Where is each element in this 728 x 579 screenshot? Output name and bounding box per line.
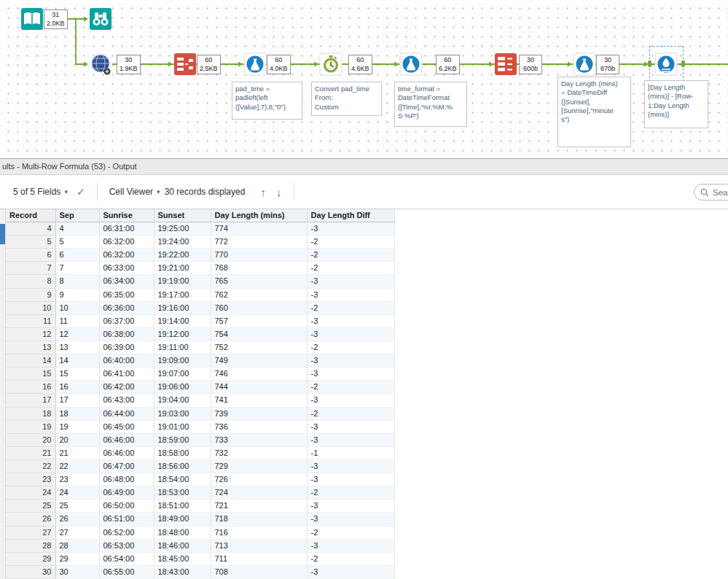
table-row[interactable]: 131306:39:0019:11:00752-2 — [6, 341, 394, 354]
table-row[interactable]: 8806:34:0019:19:00765-3 — [6, 275, 394, 288]
table-row[interactable]: 151506:41:0019:07:00746-3 — [6, 368, 394, 381]
table-row[interactable]: 262606:51:0018:49:00718-3 — [6, 513, 394, 526]
record-cell[interactable]: 5 — [6, 236, 55, 249]
data-cell[interactable]: 23 — [55, 473, 99, 486]
cell-viewer-dropdown[interactable]: Cell Viewer ▾ — [105, 184, 165, 200]
data-cell[interactable]: 19:06:00 — [154, 381, 211, 394]
table-row[interactable]: 272706:52:0018:48:00716-2 — [6, 526, 394, 539]
data-cell[interactable]: 733 — [211, 433, 307, 446]
data-cell[interactable]: -3 — [307, 314, 394, 327]
table-row[interactable]: 222206:47:0018:56:00729-3 — [6, 459, 394, 473]
data-cell[interactable]: 739 — [211, 407, 307, 420]
data-cell[interactable]: 06:52:00 — [99, 526, 154, 539]
data-cell[interactable]: 19:14:00 — [154, 314, 211, 327]
table-row[interactable]: 141406:40:0019:09:00749-3 — [6, 354, 394, 368]
data-cell[interactable]: 18:54:00 — [154, 473, 211, 486]
table-row[interactable]: 171706:43:0019:04:00741-3 — [6, 394, 394, 407]
search-input[interactable] — [713, 188, 728, 197]
column-header-sep[interactable]: Sep — [55, 209, 99, 222]
data-cell[interactable]: -3 — [307, 368, 394, 381]
record-cell[interactable]: 17 — [6, 394, 55, 407]
data-cell[interactable]: 06:55:00 — [99, 565, 154, 578]
column-header-day-length-diff[interactable]: Day Length Diff — [307, 209, 394, 222]
data-cell[interactable]: -2 — [307, 249, 394, 262]
record-cell[interactable]: 28 — [6, 539, 55, 552]
data-cell[interactable]: 27 — [55, 526, 99, 539]
data-cell[interactable]: -3 — [307, 288, 394, 301]
data-cell[interactable]: 19:09:00 — [154, 354, 211, 368]
data-cell[interactable]: 752 — [211, 341, 307, 354]
down-arrow-button[interactable]: ↓ — [271, 184, 287, 200]
table-row[interactable]: 282806:53:0018:46:00713-3 — [6, 539, 394, 552]
table-row[interactable]: 242406:49:0018:53:00724-2 — [6, 486, 394, 500]
table-row[interactable]: 181806:44:0019:03:00739-2 — [6, 407, 394, 420]
record-cell[interactable]: 15 — [6, 368, 55, 381]
data-cell[interactable]: 10 — [55, 301, 99, 314]
data-cell[interactable]: 06:45:00 — [99, 420, 154, 433]
data-cell[interactable]: 06:54:00 — [99, 552, 154, 565]
data-cell[interactable]: 19:04:00 — [154, 394, 211, 407]
data-cell[interactable]: 24 — [55, 486, 99, 500]
data-cell[interactable]: 741 — [211, 394, 307, 407]
column-header-day-length[interactable]: Day Length (mins) — [211, 209, 307, 222]
data-cell[interactable]: -3 — [307, 539, 394, 552]
data-cell[interactable]: 13 — [55, 341, 99, 354]
record-cell[interactable]: 21 — [6, 446, 55, 459]
data-cell[interactable]: -2 — [307, 552, 394, 565]
formula-tool-1[interactable] — [243, 53, 267, 76]
record-count-badge[interactable]: 31 2.0KB — [44, 9, 68, 29]
record-cell[interactable]: 16 — [6, 381, 55, 394]
data-cell[interactable]: 18:53:00 — [154, 486, 211, 500]
tool-annotation[interactable]: Convert pad_time From: Custom — [311, 82, 382, 116]
data-cell[interactable]: 18:49:00 — [154, 513, 211, 526]
data-cell[interactable]: 757 — [211, 314, 307, 327]
column-header-record[interactable]: Record — [6, 209, 55, 222]
record-cell[interactable]: 9 — [6, 288, 55, 301]
data-cell[interactable]: 18 — [55, 407, 99, 420]
data-cell[interactable]: 768 — [211, 262, 307, 275]
record-cell[interactable]: 24 — [6, 486, 55, 500]
data-cell[interactable]: -2 — [307, 262, 394, 275]
input-data-tool[interactable] — [20, 7, 44, 31]
data-cell[interactable]: 9 — [55, 288, 99, 301]
table-row[interactable]: 161606:42:0019:06:00744-2 — [6, 381, 394, 394]
data-cell[interactable]: 06:39:00 — [99, 341, 154, 354]
data-cell[interactable]: 30 — [55, 565, 99, 578]
record-cell[interactable]: 27 — [6, 526, 55, 539]
data-cell[interactable]: 760 — [211, 301, 307, 314]
data-cell[interactable]: 06:42:00 — [99, 381, 154, 394]
record-cell[interactable]: 6 — [6, 249, 55, 262]
table-row[interactable]: 4406:31:0019:25:00774-3 — [6, 222, 394, 236]
data-cell[interactable]: 19:16:00 — [154, 301, 211, 314]
data-cell[interactable]: -2 — [307, 236, 394, 249]
data-cell[interactable]: 06:47:00 — [99, 459, 154, 473]
table-row[interactable]: 212106:46:0018:58:00732-1 — [6, 446, 394, 459]
data-cell[interactable]: 754 — [211, 327, 307, 341]
data-cell[interactable]: -3 — [307, 459, 394, 473]
record-cell[interactable]: 18 — [6, 407, 55, 420]
data-cell[interactable]: 12 — [55, 327, 99, 341]
data-cell[interactable]: 18:58:00 — [154, 446, 211, 459]
fields-dropdown[interactable]: 5 of 5 Fields ▾ — [9, 184, 72, 200]
data-cell[interactable]: 17 — [55, 394, 99, 407]
record-cell[interactable]: 4 — [6, 222, 55, 236]
data-cell[interactable]: 19:03:00 — [154, 407, 211, 420]
data-cell[interactable]: 772 — [211, 236, 307, 249]
column-header-sunset[interactable]: Sunset — [154, 209, 211, 222]
data-cell[interactable]: 736 — [211, 420, 307, 433]
data-cell[interactable]: -2 — [307, 407, 394, 420]
data-cell[interactable]: 29 — [55, 552, 99, 565]
record-cell[interactable]: 30 — [6, 565, 55, 578]
record-cell[interactable]: 14 — [6, 354, 55, 368]
data-cell[interactable]: 19:21:00 — [154, 262, 211, 275]
data-cell[interactable]: -1 — [307, 446, 394, 459]
data-cell[interactable]: 06:31:00 — [99, 222, 154, 236]
data-cell[interactable]: 06:49:00 — [99, 486, 154, 500]
data-cell[interactable]: 19:07:00 — [154, 368, 211, 381]
data-cell[interactable]: 721 — [211, 500, 307, 513]
data-cell[interactable]: 25 — [55, 500, 99, 513]
record-count-badge[interactable]: 60 4.6KB — [348, 55, 372, 74]
data-cell[interactable]: 18:48:00 — [154, 526, 211, 539]
tool-annotation[interactable]: pad_time = padleft(left ([Value],7),8,"0… — [232, 82, 302, 120]
table-row[interactable]: 202006:46:0018:59:00733-3 — [6, 433, 394, 446]
